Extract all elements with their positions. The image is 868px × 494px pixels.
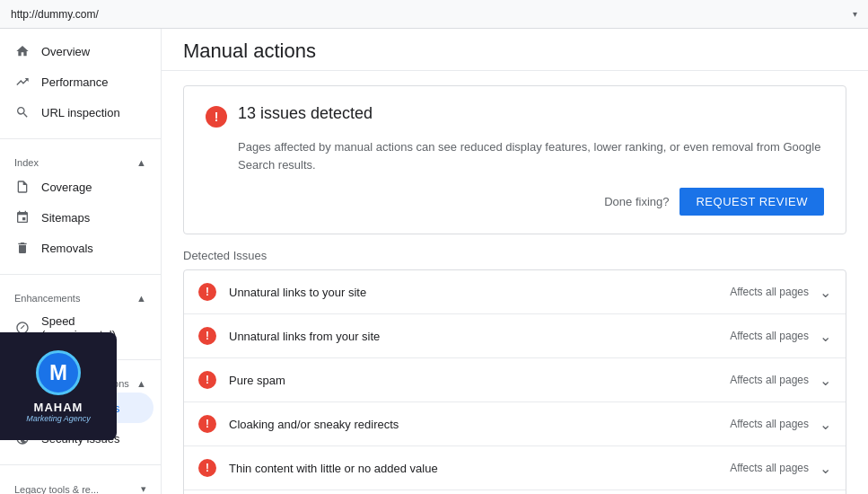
alert-footer: Done fixing? REQUEST REVIEW (206, 188, 824, 216)
legacy-label: Legacy tools & re... (14, 484, 99, 495)
url-display: http://dummy.com/ (11, 8, 853, 21)
home-icon (14, 43, 31, 59)
sidebar-legacy-section: Legacy tools & re... ▾ (0, 469, 161, 494)
sidebar-item-sitemaps[interactable]: Sitemaps (0, 202, 153, 233)
sidebar-performance-label: Performance (41, 75, 108, 89)
security-collapse-icon: ▲ (136, 378, 146, 389)
alert-header: ! 13 issues detected (206, 104, 824, 128)
remove-icon (14, 240, 31, 256)
index-label: Index (14, 157, 39, 168)
sidebar-overview-label: Overview (41, 45, 90, 58)
issue-expand-icon: ⌄ (820, 372, 831, 389)
top-bar: http://dummy.com/ ▾ (0, 0, 868, 29)
legacy-collapse-icon: ▾ (141, 483, 146, 494)
sidebar-coverage-label: Coverage (41, 181, 92, 194)
index-collapse-icon: ▲ (136, 157, 146, 168)
sidebar-index-header[interactable]: Index ▲ (0, 150, 161, 172)
issue-affects: Affects all pages (730, 462, 809, 474)
sidebar-item-performance[interactable]: Performance (0, 66, 153, 97)
issue-error-icon: ! (198, 459, 216, 477)
sidebar-enhancements-header[interactable]: Enhancements ▲ (0, 286, 161, 307)
watermark-subtitle: Marketing Agency (26, 414, 91, 423)
sidebar-item-url-inspection[interactable]: URL inspection (0, 97, 153, 128)
page-title: Manual actions (183, 40, 846, 63)
issues-list: ! Unnatural links to your site Affects a… (183, 269, 846, 494)
issue-expand-icon: ⌄ (820, 416, 831, 433)
sitemap-icon (14, 209, 31, 225)
sidebar-removals-label: Removals (41, 242, 93, 255)
issue-name: Thin content with little or no added val… (229, 462, 730, 475)
issue-affects: Affects all pages (730, 374, 809, 386)
alert-title: 13 issues detected (238, 104, 373, 123)
alert-card: ! 13 issues detected Pages affected by m… (183, 85, 846, 234)
url-chevron[interactable]: ▾ (853, 9, 857, 19)
issue-expand-icon: ⌄ (820, 328, 831, 345)
issue-affects: Affects all pages (730, 286, 809, 298)
issue-error-icon: ! (198, 415, 216, 433)
alert-error-icon: ! (206, 106, 227, 128)
sidebar-sitemaps-label: Sitemaps (41, 211, 90, 225)
issue-error-icon: ! (198, 283, 216, 301)
sidebar-item-overview[interactable]: Overview (0, 36, 153, 66)
sidebar-url-inspection-label: URL inspection (41, 106, 120, 119)
alert-description: Pages affected by manual actions can see… (238, 138, 824, 173)
sidebar-legacy-header[interactable]: Legacy tools & re... ▾ (0, 476, 161, 494)
page-header: Manual actions (162, 29, 868, 71)
issue-expand-icon: ⌄ (820, 460, 831, 477)
issue-item-hidden-text[interactable]: ! Hidden text and/or keyword stuffing Af… (184, 490, 846, 494)
watermark-letter: M (49, 360, 67, 385)
watermark-name: MAHAM (34, 401, 83, 414)
detected-issues-title: Detected Issues (183, 249, 846, 262)
issue-name: Pure spam (229, 374, 730, 387)
watermark: M MAHAM Marketing Agency (0, 332, 117, 440)
sidebar-index-section: Index ▲ Coverage Sitemaps Removals (0, 143, 161, 270)
sidebar-item-removals[interactable]: Removals (0, 233, 153, 263)
issue-item-unnatural-links-to[interactable]: ! Unnatural links to your site Affects a… (184, 270, 846, 314)
main-layout: Overview Performance URL inspection Inde… (0, 29, 868, 494)
content-area: ! 13 issues detected Pages affected by m… (162, 71, 868, 494)
issue-affects: Affects all pages (730, 330, 809, 342)
issue-affects: Affects all pages (730, 418, 809, 430)
issue-error-icon: ! (198, 371, 216, 389)
issue-name: Unnatural links from your site (229, 330, 730, 343)
issue-name: Cloaking and/or sneaky redirects (229, 418, 730, 431)
issue-name: Unnatural links to your site (229, 286, 730, 299)
issue-item-unnatural-links-from[interactable]: ! Unnatural links from your site Affects… (184, 314, 846, 358)
issue-item-cloaking-sneaky[interactable]: ! Cloaking and/or sneaky redirects Affec… (184, 402, 846, 446)
enhancements-label: Enhancements (14, 293, 80, 304)
enhancements-collapse-icon: ▲ (136, 293, 146, 304)
issue-item-pure-spam[interactable]: ! Pure spam Affects all pages ⌄ (184, 358, 846, 402)
sidebar-item-coverage[interactable]: Coverage (0, 172, 153, 202)
sidebar-top-section: Overview Performance URL inspection (0, 29, 161, 135)
issue-expand-icon: ⌄ (820, 284, 831, 301)
watermark-circle: M (36, 350, 81, 395)
issue-error-icon: ! (198, 327, 216, 345)
main-content: Manual actions ! 13 issues detected Page… (162, 29, 868, 494)
chart-icon (14, 74, 31, 90)
issue-item-thin-content[interactable]: ! Thin content with little or no added v… (184, 446, 846, 490)
search-icon (14, 104, 31, 120)
done-fixing-label: Done fixing? (604, 195, 669, 208)
page-icon (14, 179, 31, 195)
request-review-button[interactable]: REQUEST REVIEW (679, 188, 824, 216)
